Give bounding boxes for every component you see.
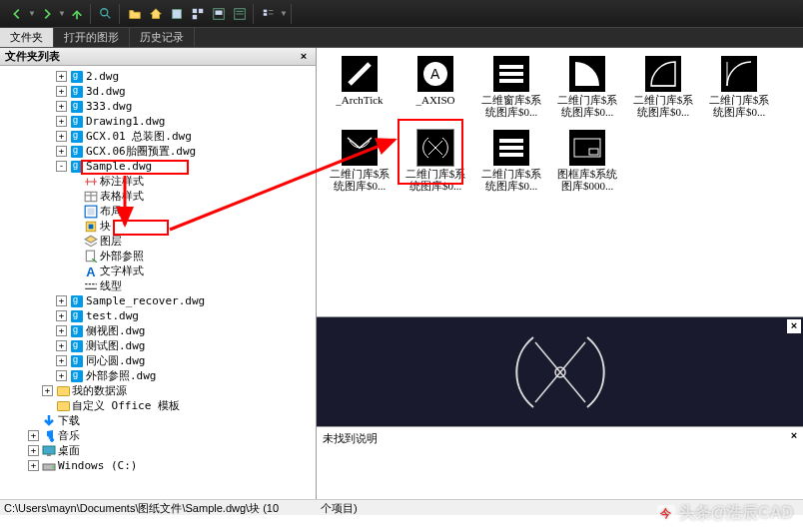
block-label: 二维窗库$系统图库$0... [476,94,546,118]
close-icon[interactable]: × [787,319,801,333]
tree-item[interactable]: +外部参照.dwg [0,368,316,383]
tree-toggle[interactable]: + [56,146,67,157]
favorites-button[interactable] [167,4,187,24]
up-button[interactable] [67,4,87,24]
tab-history[interactable]: 历史记录 [130,28,195,47]
block-thumbnail [569,56,605,92]
sidebar: 文件夹列表 × +2.dwg+3d.dwg+333.dwg+Drawing1.d… [0,48,317,499]
tree-item[interactable]: +同心圆.dwg [0,353,316,368]
tree-button[interactable] [188,4,208,24]
search-button[interactable] [96,4,116,24]
tree-toggle[interactable]: + [56,310,67,321]
description-pane: × 未找到说明 [317,427,803,499]
folder-button[interactable] [125,4,145,24]
tree-item[interactable]: +侧视图.dwg [0,323,316,338]
dwg-icon [70,369,84,382]
tree-item[interactable]: +test.dwg [0,308,316,323]
tree-toggle[interactable]: + [56,325,67,336]
tree-item[interactable]: 自定义 Office 模板 [0,398,316,413]
close-icon[interactable]: × [297,50,311,64]
tree-item[interactable]: +333.dwg [0,99,316,114]
block-label: 图框库$系统图库$000... [552,168,622,192]
tree-toggle[interactable]: + [56,71,67,82]
svg-rect-36 [499,72,523,76]
tree-item[interactable]: +GCX.01 总装图.dwg [0,129,316,144]
layer-icon [84,235,98,248]
tree-toggle[interactable]: + [56,116,67,127]
preview-button[interactable] [209,4,229,24]
svg-rect-3 [199,8,203,12]
block-label: 二维门库$系统图库$0... [401,168,470,192]
grid-item[interactable]: 二维门库$系统图库$0... [476,130,546,192]
tree-toggle[interactable]: + [56,355,67,366]
tree-toggle[interactable]: + [56,86,67,97]
svg-text:A: A [86,265,95,278]
tree-item[interactable]: +Drawing1.dwg [0,114,316,129]
grid-item[interactable]: A_AXISO [401,56,470,118]
tree-toggle[interactable]: + [28,430,39,441]
tree-item[interactable]: +音乐 [0,428,316,443]
desktop-icon [42,444,56,457]
tab-folders[interactable]: 文件夹 [0,28,54,47]
tree-label: 图层 [100,234,122,249]
tree-toggle[interactable]: + [56,131,67,142]
grid-item[interactable]: 二维门库$系统图库$0... [325,130,395,192]
tree-label: 自定义 Office 模板 [72,398,180,413]
tab-open-drawings[interactable]: 打开的图形 [54,28,130,47]
tree-item[interactable]: 线型 [0,278,316,293]
forward-button[interactable] [37,4,57,24]
tree-item[interactable]: +2.dwg [0,69,316,84]
block-grid[interactable]: _ArchTickA_AXISO二维窗库$系统图库$0...二维门库$系统图库$… [317,48,803,317]
tree-toggle[interactable]: + [56,370,67,381]
tree-label: 标注样式 [100,174,144,189]
tree-item[interactable]: A文字样式 [0,264,316,278]
svg-rect-42 [499,139,523,143]
tree-label: 桌面 [58,443,80,458]
tree-item[interactable]: 块 [0,219,316,234]
tree-item[interactable]: +桌面 [0,443,316,458]
tree-item[interactable]: -Sample.dwg [0,159,316,174]
tree-item[interactable]: +测试图.dwg [0,338,316,353]
tree-item[interactable]: 布局 [0,204,316,219]
grid-item[interactable]: _ArchTick [325,56,395,118]
grid-item[interactable]: 二维门库$系统图库$0... [704,56,774,118]
tree-toggle[interactable]: - [56,161,67,172]
tree-toggle[interactable]: + [28,460,39,471]
tree-item[interactable]: +GCX.06胎圈预置.dwg [0,144,316,159]
tree-item[interactable]: +Sample_recover.dwg [0,293,316,308]
tree-item[interactable]: +3d.dwg [0,84,316,99]
svg-rect-23 [89,224,94,229]
tree-item[interactable]: 下载 [0,413,316,428]
grid-item[interactable]: 二维门库$系统图库$0... [401,130,470,192]
tree-toggle[interactable]: + [42,385,53,396]
tree-label: 块 [100,219,111,234]
view-button[interactable] [259,4,279,24]
close-icon[interactable]: × [787,429,801,443]
back-button[interactable] [7,4,27,24]
dwg-icon [70,100,84,113]
tree-item[interactable]: +我的数据源 [0,383,316,398]
tree-item[interactable]: 图层 [0,234,316,249]
tree-toggle[interactable]: + [56,295,67,306]
dropdown-icon[interactable]: ▼ [280,4,288,24]
dwg-icon [70,160,84,173]
tree-item[interactable]: 外部参照 [0,249,316,264]
grid-item[interactable]: 二维窗库$系统图库$0... [476,56,546,118]
tree-item[interactable]: +Windows (C:) [0,458,316,473]
home-button[interactable] [146,4,166,24]
dropdown-icon[interactable]: ▼ [28,4,36,24]
dl-icon [42,414,56,427]
grid-item[interactable]: 图框库$系统图库$000... [552,130,622,192]
tree-toggle[interactable]: + [56,340,67,351]
dropdown-icon[interactable]: ▼ [58,4,66,24]
tree-toggle[interactable]: + [56,101,67,112]
grid-item[interactable]: 二维门库$系统图库$0... [628,56,698,118]
status-path: C:\Users\mayn\Documents\图纸文件\Sample.dwg\… [4,501,321,514]
folder-tree[interactable]: +2.dwg+3d.dwg+333.dwg+Drawing1.dwg+GCX.0… [0,66,316,499]
tree-item[interactable]: 标注样式 [0,174,316,189]
desc-button[interactable] [230,4,250,24]
grid-item[interactable]: 二维门库$系统图库$0... [552,56,622,118]
tree-item[interactable]: 表格样式 [0,189,316,204]
tree-toggle[interactable]: + [28,445,39,456]
tree-label: 下载 [58,413,80,428]
